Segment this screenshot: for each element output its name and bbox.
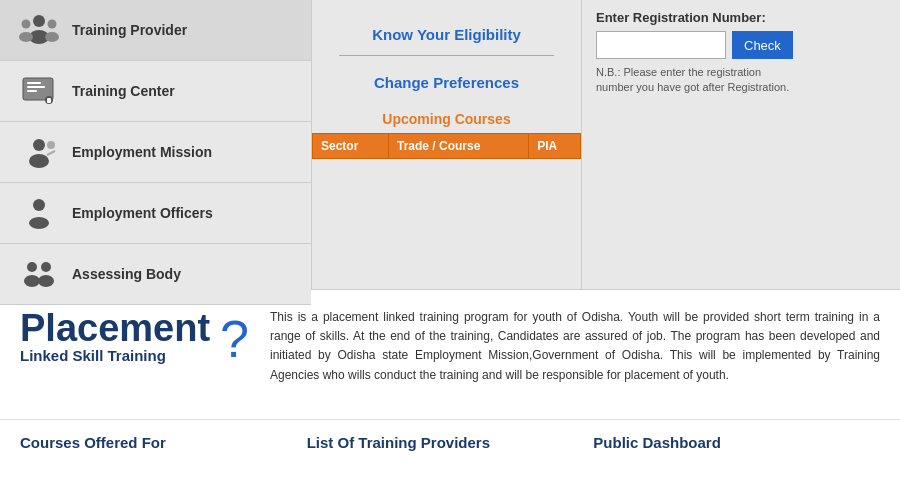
svg-rect-8 xyxy=(27,86,45,88)
bottom-col-dashboard-title: Public Dashboard xyxy=(593,434,880,451)
svg-point-3 xyxy=(19,32,33,42)
reg-label: Enter Registration Number: xyxy=(596,10,886,25)
svg-point-5 xyxy=(45,32,59,42)
employment-mission-icon xyxy=(14,132,64,172)
middle-divider xyxy=(339,55,554,56)
col-sector: Sector xyxy=(313,134,389,159)
reg-note: N.B.: Please enter the registration numb… xyxy=(596,65,796,96)
right-panel: Enter Registration Number: Check N.B.: P… xyxy=(582,0,900,289)
svg-point-2 xyxy=(22,20,31,29)
placement-left: Placement Linked Skill Training ? xyxy=(20,308,250,365)
change-preferences-link[interactable]: Change Preferences xyxy=(312,58,581,101)
svg-point-18 xyxy=(27,262,37,272)
check-button[interactable]: Check xyxy=(732,31,793,59)
sidebar-item-training-center[interactable]: Training Center xyxy=(0,61,311,122)
svg-point-20 xyxy=(24,275,40,287)
sidebar-item-training-provider-label: Training Provider xyxy=(72,21,187,39)
know-eligibility-link[interactable]: Know Your Eligibility xyxy=(312,10,581,53)
sidebar-item-employment-mission[interactable]: Employment Mission xyxy=(0,122,311,183)
placement-question-mark: ? xyxy=(220,313,249,365)
sidebar-item-training-center-label: Training Center xyxy=(72,82,175,100)
courses-table: Sector Trade / Course PIA xyxy=(312,133,581,159)
sidebar-item-employment-officers-label: Employment Officers xyxy=(72,204,213,222)
sidebar-item-assessing-body-label: Assessing Body xyxy=(72,265,181,283)
bottom-col-courses[interactable]: Courses Offered For xyxy=(20,434,307,486)
placement-title: Placement xyxy=(20,309,210,347)
bottom-col-providers-title: List Of Training Providers xyxy=(307,434,594,451)
svg-rect-9 xyxy=(27,90,37,92)
bottom-col-dashboard[interactable]: Public Dashboard xyxy=(593,434,880,486)
reg-row: Check xyxy=(596,31,886,59)
sidebar-item-employment-mission-label: Employment Mission xyxy=(72,143,212,161)
employment-officers-icon xyxy=(14,193,64,233)
svg-rect-7 xyxy=(27,82,41,84)
placement-section: Placement Linked Skill Training ? This i… xyxy=(0,290,900,420)
svg-point-4 xyxy=(48,20,57,29)
bottom-row: Courses Offered For List Of Training Pro… xyxy=(0,420,900,500)
svg-point-13 xyxy=(29,154,49,168)
training-provider-icon xyxy=(14,10,64,50)
sidebar-item-employment-officers[interactable]: Employment Officers xyxy=(0,183,311,244)
svg-point-16 xyxy=(33,199,45,211)
svg-rect-11 xyxy=(47,98,51,103)
bottom-col-courses-title: Courses Offered For xyxy=(20,434,307,451)
middle-panel: Know Your Eligibility Change Preferences… xyxy=(312,0,582,289)
svg-point-19 xyxy=(41,262,51,272)
registration-input[interactable] xyxy=(596,31,726,59)
svg-point-0 xyxy=(33,15,45,27)
sidebar: Training Provider Training Center xyxy=(0,0,312,289)
upcoming-courses-label: Upcoming Courses xyxy=(382,111,510,127)
col-trade: Trade / Course xyxy=(388,134,528,159)
placement-title-block: Placement Linked Skill Training xyxy=(20,309,210,364)
sidebar-item-training-provider[interactable]: Training Provider xyxy=(0,0,311,61)
svg-line-15 xyxy=(47,151,55,155)
svg-point-14 xyxy=(47,141,55,149)
placement-text-col: This is a placement linked training prog… xyxy=(270,308,880,385)
svg-point-12 xyxy=(33,139,45,151)
svg-point-17 xyxy=(29,217,49,229)
assessing-body-icon xyxy=(14,254,64,294)
placement-description: This is a placement linked training prog… xyxy=(270,308,880,385)
col-pia: PIA xyxy=(529,134,581,159)
training-center-icon xyxy=(14,71,64,111)
sidebar-item-assessing-body[interactable]: Assessing Body xyxy=(0,244,311,305)
placement-subtitle: Linked Skill Training xyxy=(20,347,210,364)
bottom-col-providers[interactable]: List Of Training Providers xyxy=(307,434,594,486)
svg-point-21 xyxy=(38,275,54,287)
